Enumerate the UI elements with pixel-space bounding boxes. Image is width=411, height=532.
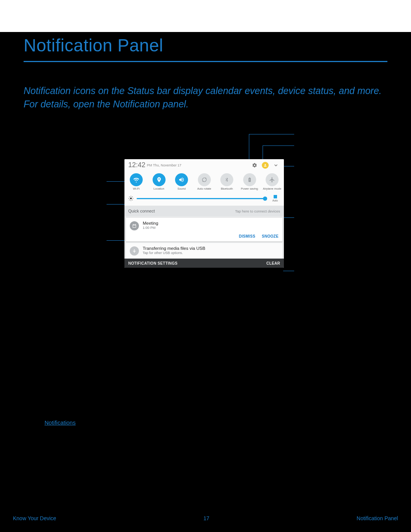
notif-actions: DISMISS SNOOZE [130,234,279,238]
callout-line [283,217,294,218]
panel-footer: NOTIFICATION SETTINGS CLEAR [124,259,284,268]
qs-autorotate[interactable]: Auto rotate [195,173,214,190]
clear-button[interactable]: CLEAR [266,261,280,265]
notification-settings-button[interactable]: NOTIFICATION SETTINGS [128,261,177,265]
footer-page-number: 17 [204,515,210,521]
qs-label: Auto rotate [195,187,214,190]
qs-label: Sound [172,187,191,190]
document-page: Notification Panel Notification icons on… [0,0,411,532]
footer-left: Know Your Device [13,515,56,521]
callout-line [263,145,294,146]
notification-panel-mock: 12:42 PM Thu, November 17 [124,159,284,268]
callout-line [249,134,294,134]
gear-icon[interactable] [250,161,259,169]
callout-line [107,240,126,241]
callout-line [283,271,294,271]
panel-status-row: 12:42 PM Thu, November 17 [124,159,284,171]
brightness-auto[interactable]: Auto [270,195,280,202]
brightness-icon [128,196,134,201]
notification-card-meeting[interactable]: Meeting 1:00 PM DISMISS SNOOZE [126,218,282,241]
quick-connect-hint: Tap here to connect devices [235,209,280,213]
callout-line [107,181,126,182]
brightness-slider[interactable] [137,198,267,199]
status-date: PM Thu, November 17 [147,163,181,167]
qs-label: Bluetooth [217,187,236,190]
qs-bluetooth[interactable]: Bluetooth [217,173,236,190]
notif-time: 1:00 PM [143,226,158,230]
footer-right: Notification Panel [357,515,398,521]
calendar-icon [130,221,139,230]
content-column: Notification Panel Notification icons on… [24,32,387,111]
qs-label: Airplane mode [263,187,282,190]
qs-sound[interactable]: Sound [172,173,191,190]
snooze-button[interactable]: SNOOZE [262,234,279,238]
dismiss-button[interactable]: DISMISS [239,234,255,238]
qs-location[interactable]: Location [150,173,169,190]
notifications-link[interactable]: Notifications [45,419,76,426]
qs-label: Location [150,187,169,190]
title-rule [24,61,387,62]
qs-powersaving[interactable]: Power saving [240,173,259,190]
qs-wifi[interactable]: Wi-Fi [127,173,146,190]
page-black-region: Notification Panel Notification icons on… [0,32,411,504]
notification-card-usb[interactable]: Transferring media files via USB Tap for… [126,243,282,259]
quick-connect-row[interactable]: Quick connect Tap here to connect device… [124,206,284,216]
notif-title: Transferring media files via USB [143,246,205,251]
quick-settings-row: Wi-Fi Location Sound Auto rotate [124,171,284,192]
brightness-row: Auto [124,192,284,206]
quick-connect-label: Quick connect [128,209,155,213]
page-footer: Know Your Device 17 Notification Panel [0,504,411,532]
page-title: Notification Panel [24,32,387,56]
qs-label: Wi-Fi [127,187,146,190]
qs-label: Power saving [240,187,259,190]
user-icon[interactable] [261,161,269,169]
status-time: 12:42 [128,161,145,169]
svg-point-0 [130,198,132,200]
qs-airplane[interactable]: Airplane mode [263,173,282,190]
usb-icon [130,246,139,256]
intro-text: Notification icons on the Status bar dis… [24,84,387,111]
chevron-down-icon[interactable] [272,161,280,169]
notif-title: Meeting [143,221,158,225]
callouts-area: 12:42 PM Thu, November 17 [0,132,411,330]
notif-sub: Tap for other USB options. [143,251,205,255]
